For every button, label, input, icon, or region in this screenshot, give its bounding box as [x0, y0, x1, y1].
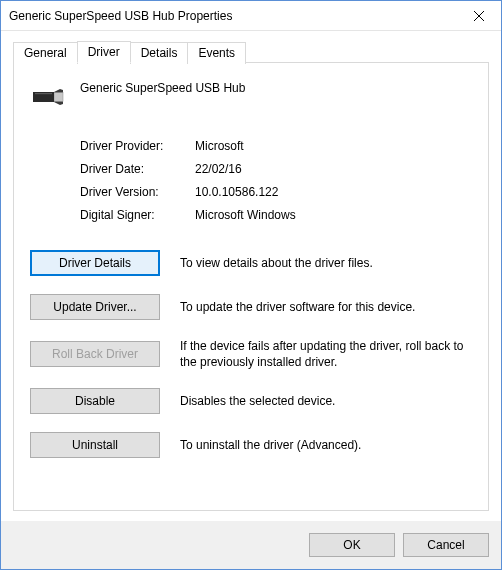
signer-value: Microsoft Windows — [195, 208, 296, 222]
tabstrip: General Driver Details Events — [13, 41, 489, 63]
driver-info: Driver Provider: Microsoft Driver Date: … — [80, 139, 472, 222]
uninstall-desc: To uninstall the driver (Advanced). — [180, 437, 472, 453]
close-button[interactable] — [456, 1, 501, 31]
disable-button[interactable]: Disable — [30, 388, 160, 414]
driver-details-button[interactable]: Driver Details — [30, 250, 160, 276]
usb-device-icon — [30, 83, 66, 111]
provider-label: Driver Provider: — [80, 139, 195, 153]
tab-general[interactable]: General — [13, 42, 78, 64]
date-label: Driver Date: — [80, 162, 195, 176]
date-value: 22/02/16 — [195, 162, 242, 176]
titlebar: Generic SuperSpeed USB Hub Properties — [1, 1, 501, 31]
driver-details-desc: To view details about the driver files. — [180, 255, 472, 271]
dialog-footer: OK Cancel — [1, 521, 501, 569]
content-area: General Driver Details Events Generic Su… — [1, 31, 501, 521]
svg-rect-2 — [35, 93, 52, 94]
update-driver-desc: To update the driver software for this d… — [180, 299, 472, 315]
device-name: Generic SuperSpeed USB Hub — [80, 81, 245, 95]
cancel-button[interactable]: Cancel — [403, 533, 489, 557]
svg-rect-0 — [54, 93, 63, 102]
close-icon — [474, 11, 484, 21]
uninstall-button[interactable]: Uninstall — [30, 432, 160, 458]
tab-events[interactable]: Events — [187, 42, 246, 64]
tab-panel-driver: Generic SuperSpeed USB Hub Driver Provid… — [13, 62, 489, 511]
provider-value: Microsoft — [195, 139, 244, 153]
roll-back-driver-desc: If the device fails after updating the d… — [180, 338, 472, 370]
window-title: Generic SuperSpeed USB Hub Properties — [9, 9, 456, 23]
properties-window: Generic SuperSpeed USB Hub Properties Ge… — [0, 0, 502, 570]
version-value: 10.0.10586.122 — [195, 185, 278, 199]
roll-back-driver-button: Roll Back Driver — [30, 341, 160, 367]
disable-desc: Disables the selected device. — [180, 393, 472, 409]
tab-driver[interactable]: Driver — [77, 41, 131, 63]
ok-button[interactable]: OK — [309, 533, 395, 557]
update-driver-button[interactable]: Update Driver... — [30, 294, 160, 320]
tab-details[interactable]: Details — [130, 42, 189, 64]
device-header: Generic SuperSpeed USB Hub — [30, 81, 472, 111]
signer-label: Digital Signer: — [80, 208, 195, 222]
version-label: Driver Version: — [80, 185, 195, 199]
